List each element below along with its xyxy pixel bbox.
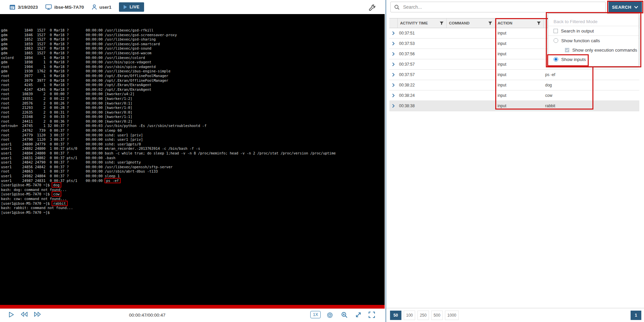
- radio-icon[interactable]: [554, 38, 558, 43]
- fast-forward-button[interactable]: [34, 312, 42, 317]
- terminal-line: root 3977 1 0 Mar18 ? 00:00:00 /opt/.Ekr…: [1, 74, 385, 78]
- session-user: user1: [91, 4, 112, 10]
- column-header-action[interactable]: ACTION: [495, 18, 543, 28]
- checkbox-checked-icon[interactable]: [565, 48, 569, 52]
- panel-divider: [385, 0, 386, 322]
- row-expand-chevron-icon[interactable]: [389, 59, 397, 69]
- table-row[interactable]: 00:38:24inputcow: [389, 90, 639, 101]
- session-host: ibse-MS-7A70: [45, 4, 84, 10]
- row-expand-chevron-icon[interactable]: [389, 101, 397, 111]
- search-bar: [390, 2, 606, 12]
- row-expand-chevron-icon[interactable]: [389, 90, 397, 101]
- terminal-line: root 24779 1120 3 00:37 ? 00:00:00 sshd:…: [1, 133, 385, 138]
- terminal-line: bash: rabbit: command not found...: [1, 206, 385, 210]
- page-size-1000-button[interactable]: 1000: [445, 311, 459, 320]
- cell-parameters: dog: [543, 80, 639, 90]
- live-button[interactable]: LIVE: [119, 2, 144, 12]
- terminal-line: root 4247 4245 0 Mar18 ? 00:00:02 /opt/.…: [1, 87, 385, 92]
- playback-speed-button[interactable]: 1X: [310, 311, 321, 318]
- session-user-label: user1: [100, 5, 112, 10]
- terminal-line: root 4245 1 0 Mar18 ? 00:00:00 /opt/.Ekr…: [1, 83, 385, 87]
- menu-item-back-to-filtered-mode[interactable]: Back to Filtered Mode: [548, 17, 639, 26]
- terminal-line: gdm 1846 1527 0 Mar18 ? 00:00:00 /usr/li…: [1, 33, 385, 38]
- row-expand-chevron-icon[interactable]: [389, 39, 397, 49]
- search-button-label: SEARCH: [612, 5, 632, 10]
- terminal-line: [user1@ibse-MS-7A70 ~]$: [1, 210, 385, 215]
- wrench-icon[interactable]: [369, 4, 376, 11]
- table-row[interactable]: 00:37:57inputps -ef: [389, 70, 639, 80]
- zoom-in-icon[interactable]: [341, 312, 348, 318]
- terminal-line: root 19351 2 0 00:22 ? 00:00:00 [kworker…: [1, 96, 385, 101]
- column-header-command[interactable]: COMMAND: [446, 18, 495, 28]
- row-expand-chevron-icon[interactable]: [389, 28, 397, 38]
- terminal-line: [user1@ibse-MS-7A70 ~]$ cow: [1, 192, 385, 197]
- search-input[interactable]: [402, 4, 605, 10]
- row-expand-chevron-icon[interactable]: [389, 70, 397, 80]
- cell-activity-time: 00:37:57: [397, 70, 446, 80]
- filter-funnel-icon[interactable]: [537, 21, 541, 25]
- checkbox-icon[interactable]: [554, 29, 558, 33]
- filter-funnel-icon[interactable]: [440, 21, 444, 25]
- search-button[interactable]: SEARCH: [608, 2, 642, 12]
- search-icon: [394, 4, 400, 10]
- terminal-line: gdm 1898 1 0 Mar18 ? 00:00:00 /usr/bin/s…: [1, 60, 385, 65]
- session-info-bar: 3/19/2023 ibse-MS-7A70 user1 LIVE: [0, 0, 385, 14]
- gear-icon[interactable]: [326, 312, 333, 319]
- row-expand-chevron-icon[interactable]: [389, 49, 397, 59]
- cell-command: [446, 70, 495, 80]
- terminal-line: root 24762 739 0 00:37 ? 00:00:00 sleep …: [1, 128, 385, 133]
- pagination-bar: 501002505001000 1: [386, 308, 644, 322]
- dropdown-options: Search in outputShow function callsShow …: [548, 26, 639, 64]
- cell-action: input: [495, 39, 543, 49]
- cell-command: [446, 80, 495, 90]
- playback-controls: 00:00:47/00:00:47 1X: [0, 309, 385, 322]
- filter-funnel-icon[interactable]: [488, 21, 492, 25]
- menu-item-search-in-output[interactable]: Search in output: [548, 26, 639, 36]
- terminal-line: gdm 1852 1527 0 Mar18 ? 00:00:00 /usr/li…: [1, 37, 385, 42]
- fullscreen-icon[interactable]: [369, 312, 375, 318]
- cell-action: input: [495, 101, 543, 111]
- cell-activity-time: 00:37:53: [397, 39, 446, 49]
- column-header-activity-time[interactable]: ACTIVITY TIME: [397, 18, 446, 28]
- terminal-line: user1 24842 24790 0 00:37 ? 00:00:00 ssh…: [1, 160, 385, 165]
- terminal-line: gdm 1865 1527 0 Mar18 ? 00:00:00 /usr/li…: [1, 51, 385, 56]
- table-row[interactable]: 00:38:22inputdog: [389, 80, 639, 90]
- table-row[interactable]: 00:38:38inputrabbit: [389, 101, 639, 111]
- cell-command: [446, 49, 495, 59]
- cell-activity-time: 00:38:22: [397, 80, 446, 90]
- page-size-250-button[interactable]: 250: [417, 311, 429, 320]
- play-button[interactable]: [8, 312, 14, 318]
- page-size-50-button[interactable]: 50: [390, 311, 401, 320]
- command-header-label: COMMAND: [449, 21, 469, 25]
- highlighted-command: cow: [52, 191, 61, 197]
- user-icon: [91, 4, 97, 10]
- highlighted-command: rabbit: [52, 201, 68, 206]
- row-expand-chevron-icon[interactable]: [389, 80, 397, 90]
- action-header-label: ACTION: [498, 21, 512, 25]
- menu-item-show-inputs[interactable]: Show inputs: [548, 55, 639, 64]
- terminal-line: root 22635 2 0 00:31 ? 00:00:00 [kworker…: [1, 110, 385, 115]
- activity-time-header-label: ACTIVITY TIME: [400, 21, 428, 25]
- current-page-button[interactable]: 1: [631, 311, 641, 320]
- radio-selected-icon[interactable]: [554, 57, 558, 62]
- terminal-line: root 10839 2 0 00:00 ? 00:00:00 [kworker…: [1, 92, 385, 96]
- cell-action: input: [495, 49, 543, 59]
- live-play-icon: [124, 5, 127, 9]
- terminal-screen: gdm 1840 1527 0 Mar18 ? 00:00:00 /usr/li…: [0, 14, 385, 305]
- menu-item-show-only-execution-commands[interactable]: Show only execution commands: [548, 45, 639, 55]
- terminal-line: user1 24802 24800 1 00:37 pts/0 00:00:00…: [1, 146, 385, 151]
- terminal-line: gdm 1840 1527 0 Mar18 ? 00:00:00 /usr/li…: [1, 28, 385, 33]
- page-size-100-button[interactable]: 100: [404, 311, 415, 320]
- rewind-button[interactable]: [20, 312, 28, 317]
- menu-item-label: Show inputs: [561, 57, 586, 62]
- highlighted-command: dog: [52, 182, 61, 188]
- menu-item-show-function-calls[interactable]: Show function calls: [548, 36, 639, 45]
- grid-header-expand-column: [389, 18, 397, 28]
- cell-activity-time: 00:37:56: [397, 49, 446, 59]
- playback-progress-bar[interactable]: [0, 305, 385, 309]
- session-host-label: ibse-MS-7A70: [54, 5, 84, 10]
- page-size-500-button[interactable]: 500: [431, 311, 443, 320]
- resize-icon[interactable]: [355, 312, 362, 318]
- playback-time: 00:00:47/00:00:47: [129, 313, 166, 318]
- terminal-line: setroub+ 24745 1 32 00:37 ? 00:00:03 /us…: [1, 124, 385, 128]
